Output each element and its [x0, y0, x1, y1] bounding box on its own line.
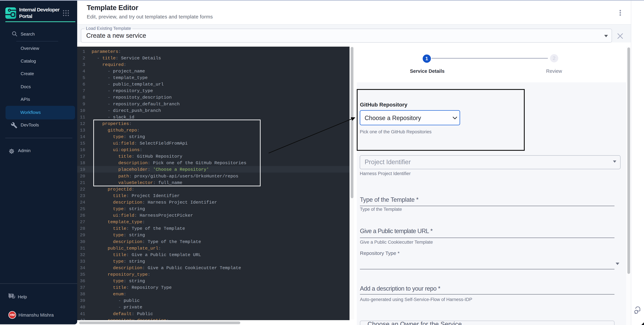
svg-text:?: ? — [10, 294, 12, 297]
